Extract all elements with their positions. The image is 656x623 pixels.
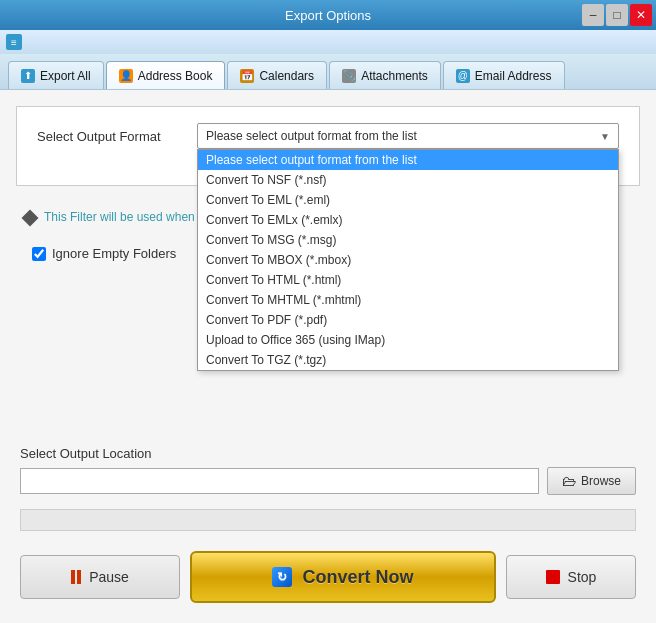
dropdown-item-office365[interactable]: Upload to Office 365 (using IMap) <box>198 330 618 350</box>
progress-bar-area <box>20 509 636 531</box>
main-content: Select Output Format Please select outpu… <box>0 90 656 623</box>
stop-button[interactable]: Stop <box>506 555 636 599</box>
tab-address-book-label: Address Book <box>138 69 213 83</box>
address-book-icon: 👤 <box>119 69 133 83</box>
ignore-empty-folders-label: Ignore Empty Folders <box>52 246 176 261</box>
dropdown-arrow-icon: ▼ <box>600 131 610 142</box>
format-dropdown-list: Please select output format from the lis… <box>197 149 619 371</box>
stop-icon <box>546 570 560 584</box>
tab-attachments[interactable]: 📎 Attachments <box>329 61 441 89</box>
dropdown-item-tgz[interactable]: Convert To TGZ (*.tgz) <box>198 350 618 370</box>
dropdown-item-html[interactable]: Convert To HTML (*.html) <box>198 270 618 290</box>
dropdown-item-pdf[interactable]: Convert To PDF (*.pdf) <box>198 310 618 330</box>
tab-address-book[interactable]: 👤 Address Book <box>106 61 226 89</box>
window-title: Export Options <box>285 8 371 23</box>
diamond-icon <box>22 210 39 227</box>
dropdown-item-emlx[interactable]: Convert To EMLx (*.emlx) <box>198 210 618 230</box>
output-location-row: 🗁 Browse <box>20 467 636 495</box>
maximize-button[interactable]: □ <box>606 4 628 26</box>
pause-button[interactable]: Pause <box>20 555 180 599</box>
title-bar-controls: – □ ✕ <box>582 4 652 26</box>
pause-label: Pause <box>89 569 129 585</box>
app-menu-icon[interactable]: ≡ <box>6 34 22 50</box>
pause-bar-left <box>71 570 75 584</box>
format-section-label: Select Output Format <box>37 129 177 144</box>
format-dropdown-wrapper: Please select output format from the lis… <box>197 123 619 149</box>
browse-button[interactable]: 🗁 Browse <box>547 467 636 495</box>
menu-icon-bar: ≡ <box>0 30 656 54</box>
dropdown-item-mhtml[interactable]: Convert To MHTML (*.mhtml) <box>198 290 618 310</box>
export-all-icon: ⬆ <box>21 69 35 83</box>
tab-calendars[interactable]: 📅 Calendars <box>227 61 327 89</box>
minimize-button[interactable]: – <box>582 4 604 26</box>
format-section: Select Output Format Please select outpu… <box>16 106 640 186</box>
attachments-icon: 📎 <box>342 69 356 83</box>
browse-icon: 🗁 <box>562 473 576 489</box>
convert-now-icon: ↻ <box>272 567 292 587</box>
title-bar: Export Options – □ ✕ <box>0 0 656 30</box>
output-location-section: Select Output Location 🗁 Browse <box>16 446 640 495</box>
tab-calendars-label: Calendars <box>259 69 314 83</box>
dropdown-item-eml[interactable]: Convert To EML (*.eml) <box>198 190 618 210</box>
tab-email-address-label: Email Address <box>475 69 552 83</box>
pause-icon <box>71 570 81 584</box>
format-dropdown-button[interactable]: Please select output format from the lis… <box>197 123 619 149</box>
convert-now-button[interactable]: ↻ Convert Now <box>190 551 496 603</box>
pause-bar-right <box>77 570 81 584</box>
close-button[interactable]: ✕ <box>630 4 652 26</box>
tabs-bar: ⬆ Export All 👤 Address Book 📅 Calendars … <box>0 54 656 90</box>
format-selected-text: Please select output format from the lis… <box>206 129 417 143</box>
stop-label: Stop <box>568 569 597 585</box>
tab-export-all-label: Export All <box>40 69 91 83</box>
convert-now-label: Convert Now <box>302 567 413 588</box>
output-location-label: Select Output Location <box>20 446 636 461</box>
tab-email-address[interactable]: @ Email Address <box>443 61 565 89</box>
browse-label: Browse <box>581 474 621 488</box>
dropdown-item-nsf[interactable]: Convert To NSF (*.nsf) <box>198 170 618 190</box>
calendars-icon: 📅 <box>240 69 254 83</box>
dropdown-item-mbox[interactable]: Convert To MBOX (*.mbox) <box>198 250 618 270</box>
tab-export-all[interactable]: ⬆ Export All <box>8 61 104 89</box>
email-address-icon: @ <box>456 69 470 83</box>
output-path-input[interactable] <box>20 468 539 494</box>
dropdown-item-msg[interactable]: Convert To MSG (*.msg) <box>198 230 618 250</box>
dropdown-item-placeholder[interactable]: Please select output format from the lis… <box>198 150 618 170</box>
ignore-empty-folders-checkbox[interactable] <box>32 247 46 261</box>
tab-attachments-label: Attachments <box>361 69 428 83</box>
bottom-buttons: Pause ↻ Convert Now Stop <box>16 545 640 607</box>
